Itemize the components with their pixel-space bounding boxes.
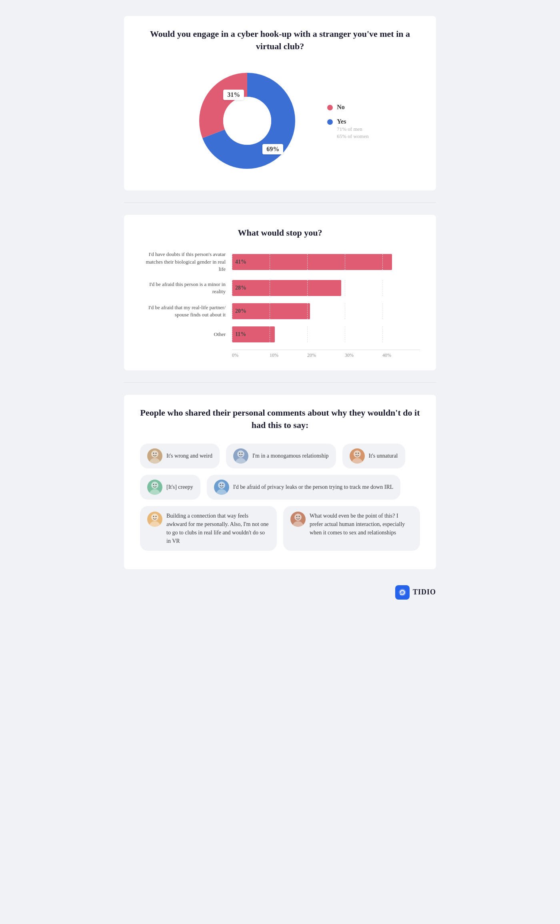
comment-bubble: I'm in a monogamous relationship — [226, 444, 336, 468]
bar-fill: 11% — [232, 326, 275, 342]
bar-pct: 41% — [235, 259, 246, 265]
svg-point-9 — [239, 452, 240, 454]
bar-label: I'd be afraid that my real-life partner/… — [140, 304, 232, 318]
no-pct-label: 31% — [223, 90, 244, 100]
axis-label: 0% — [232, 352, 270, 358]
tidio-footer: TIDIO — [124, 581, 436, 600]
svg-point-24 — [149, 521, 160, 527]
svg-point-20 — [216, 489, 227, 495]
yes-legend-text: Yes 71% of men 65% of women — [337, 118, 368, 140]
bar-pct: 28% — [235, 285, 246, 291]
comments-row-long: Building a connection that way feels awk… — [140, 506, 420, 551]
comment-bubble: It's unnatural — [342, 444, 405, 468]
comment-text-long: What would even be the point of this? I … — [310, 512, 413, 537]
svg-point-15 — [151, 482, 158, 489]
svg-point-5 — [153, 452, 154, 454]
bar-label: Other — [140, 331, 232, 338]
comment-bubble: It's wrong and weird — [140, 444, 220, 468]
donut-chart: 31% 69% — [191, 65, 303, 178]
no-dot — [327, 105, 333, 110]
svg-point-16 — [149, 489, 160, 495]
svg-point-31 — [399, 589, 406, 596]
svg-point-2 — [223, 97, 271, 145]
comments-top-row: It's wrong and weird I'm in a monogamous… — [140, 444, 420, 468]
women-sub: 65% of women — [337, 133, 368, 140]
bar-axis: 0%10%20%30%40% — [232, 350, 420, 358]
svg-point-29 — [296, 516, 298, 517]
bar-fill: 41% — [232, 254, 392, 270]
avatar — [147, 480, 162, 495]
svg-point-12 — [352, 458, 363, 464]
svg-point-10 — [241, 452, 242, 454]
svg-point-6 — [156, 452, 157, 454]
svg-point-4 — [149, 458, 160, 464]
bar-row: I'd be afraid that my real-life partner/… — [140, 303, 420, 319]
svg-point-26 — [156, 516, 157, 517]
axis-label: 20% — [307, 352, 345, 358]
avatar — [147, 448, 162, 464]
bar-row: Other11% — [140, 326, 420, 342]
comment-text: It's unnatural — [369, 453, 398, 459]
avatar — [350, 448, 365, 464]
comment-text: It's wrong and weird — [166, 453, 212, 459]
axis-label: 40% — [382, 352, 420, 358]
donut-title: Would you engage in a cyber hook-up with… — [140, 28, 420, 53]
comment-text: I'd be afraid of privacy leaks or the pe… — [233, 484, 394, 490]
bar-row: I'd be afraid this person is a minor in … — [140, 280, 420, 296]
svg-point-22 — [222, 484, 223, 485]
comments-title: People who shared their personal comment… — [140, 407, 420, 432]
bar-track: 11% — [232, 326, 420, 342]
yes-pct-label: 69% — [262, 144, 283, 154]
svg-point-27 — [294, 514, 302, 521]
svg-point-14 — [358, 452, 359, 454]
bar-row: I'd have doubts if this person's avatar … — [140, 251, 420, 273]
bar-track: 28% — [232, 280, 420, 296]
bar-chart: I'd have doubts if this person's avatar … — [140, 251, 420, 358]
bar-pct: 11% — [235, 331, 246, 338]
comment-bubble: I'd be afraid of privacy leaks or the pe… — [207, 475, 401, 500]
svg-point-13 — [355, 452, 356, 454]
avatar — [147, 512, 162, 527]
comment-text: I'm in a monogamous relationship — [252, 453, 329, 459]
svg-point-30 — [299, 516, 300, 517]
divider-1 — [124, 202, 436, 203]
axis-label: 10% — [270, 352, 307, 358]
comment-text-long: Building a connection that way feels awk… — [166, 512, 270, 545]
no-legend-item: No — [327, 104, 368, 111]
svg-point-8 — [235, 458, 246, 464]
svg-point-28 — [292, 521, 304, 527]
svg-point-25 — [153, 516, 154, 517]
comment-text: [It's] creepy — [166, 484, 193, 490]
yes-dot — [327, 119, 333, 125]
avatar — [233, 448, 248, 464]
avatar — [290, 512, 306, 527]
divider-2 — [124, 382, 436, 383]
tidio-brand: TIDIO — [413, 588, 436, 596]
svg-point-18 — [156, 484, 157, 485]
bar-fill: 20% — [232, 303, 310, 319]
comment-bubble: [It's] creepy — [140, 475, 200, 500]
svg-point-11 — [354, 450, 361, 458]
donut-legend: No Yes 71% of men 65% of women — [327, 104, 368, 140]
bar-pct: 20% — [235, 308, 246, 314]
svg-point-32 — [400, 593, 402, 595]
svg-point-23 — [151, 514, 158, 521]
svg-point-7 — [237, 450, 244, 458]
axis-label: 30% — [345, 352, 382, 358]
no-legend-label: No — [337, 104, 345, 111]
tidio-icon — [395, 585, 410, 600]
comments-row-2: [It's] creepy I'd be afraid of privacy l… — [140, 475, 420, 500]
bar-track: 41% — [232, 254, 420, 270]
yes-legend-item: Yes 71% of men 65% of women — [327, 118, 368, 140]
svg-point-21 — [220, 484, 221, 485]
svg-point-3 — [151, 450, 158, 458]
avatar — [214, 480, 229, 495]
men-sub: 71% of men — [337, 126, 368, 132]
bar-title: What would stop you? — [140, 227, 420, 239]
svg-point-17 — [153, 484, 154, 485]
comment-bubble-long: What would even be the point of this? I … — [283, 506, 420, 551]
svg-point-19 — [218, 482, 225, 489]
bar-label: I'd be afraid this person is a minor in … — [140, 281, 232, 295]
comment-bubble-long: Building a connection that way feels awk… — [140, 506, 277, 551]
bar-fill: 28% — [232, 280, 341, 296]
